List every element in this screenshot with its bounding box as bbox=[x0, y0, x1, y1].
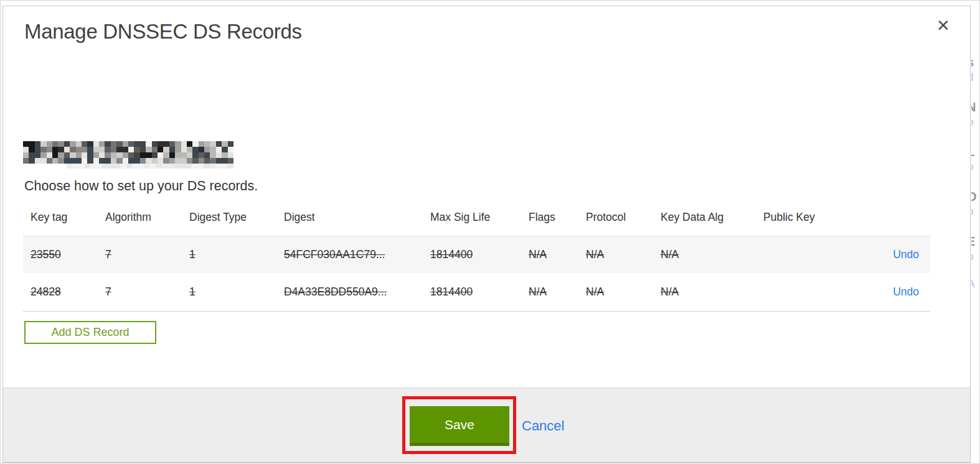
add-ds-record-button[interactable]: Add DS Record bbox=[24, 321, 156, 344]
ds-record-row: 235507154FCF030AA1C79...1814400N/AN/AN/A… bbox=[23, 236, 930, 273]
redaction-pixel bbox=[99, 141, 105, 147]
ds-record-cell: 7 bbox=[98, 285, 182, 299]
redaction-pixel bbox=[134, 152, 139, 158]
redaction-pixel bbox=[168, 164, 174, 169]
redaction-pixel bbox=[111, 152, 116, 158]
redaction-pixel bbox=[175, 141, 181, 147]
redaction-pixel bbox=[82, 147, 87, 152]
ds-record-cell: 1814400 bbox=[423, 248, 521, 261]
redaction-pixel bbox=[64, 147, 70, 152]
redaction-pixel bbox=[222, 152, 227, 158]
redaction-pixel bbox=[228, 158, 233, 164]
column-header-max-sig-life: Max Sig Life bbox=[423, 211, 521, 224]
redaction-pixel bbox=[222, 141, 227, 147]
redaction-pixel bbox=[29, 158, 34, 164]
ds-record-cell: 1 bbox=[182, 248, 276, 261]
undo-link[interactable]: Undo bbox=[837, 248, 930, 261]
redaction-pixel bbox=[227, 164, 233, 169]
background-page-fragment: E bbox=[971, 234, 975, 249]
redaction-pixel bbox=[116, 158, 122, 164]
redaction-pixel bbox=[140, 158, 146, 164]
redaction-pixel bbox=[158, 152, 163, 158]
background-page-fragment: N bbox=[971, 100, 976, 114]
column-header-digest-type: Digest Type bbox=[182, 211, 276, 224]
redaction-pixel bbox=[128, 141, 134, 147]
redaction-pixel bbox=[222, 147, 227, 152]
redaction-pixel bbox=[181, 152, 187, 158]
redaction-pixel bbox=[40, 141, 46, 147]
redaction-pixel bbox=[162, 164, 168, 169]
redaction-pixel bbox=[52, 152, 58, 158]
redaction-pixel bbox=[174, 164, 180, 169]
redaction-pixel bbox=[76, 141, 82, 147]
redaction-pixel bbox=[169, 158, 175, 164]
column-header-protocol: Protocol bbox=[578, 211, 653, 224]
undo-link[interactable]: Undo bbox=[837, 285, 930, 299]
redaction-pixel bbox=[108, 164, 115, 169]
column-header-algorithm: Algorithm bbox=[98, 211, 182, 224]
redaction-pixel bbox=[216, 152, 222, 158]
redaction-pixel bbox=[97, 164, 103, 169]
redaction-pixel bbox=[58, 152, 64, 158]
redaction-pixel bbox=[76, 147, 82, 152]
redacted-domain-name-fringe bbox=[67, 164, 233, 169]
redaction-pixel bbox=[23, 141, 29, 147]
redaction-pixel bbox=[85, 164, 91, 169]
instruction-text: Choose how to set up your DS records. bbox=[24, 179, 258, 194]
ds-record-cell: N/A bbox=[653, 248, 756, 261]
redaction-pixel bbox=[187, 152, 192, 158]
redaction-pixel bbox=[181, 141, 187, 147]
redaction-pixel bbox=[76, 158, 82, 164]
redaction-pixel bbox=[215, 164, 222, 169]
modal-title: Manage DNSSEC DS Records bbox=[24, 19, 302, 44]
redaction-pixel bbox=[144, 164, 150, 169]
ds-record-cell: 23550 bbox=[23, 248, 98, 261]
redaction-pixel bbox=[47, 158, 52, 164]
redaction-pixel bbox=[198, 164, 204, 169]
save-button[interactable]: Save bbox=[410, 406, 509, 446]
ds-record-row: 2482871D4A33E8DD550A9...1814400N/AN/AN/A… bbox=[23, 273, 930, 312]
redaction-pixel bbox=[93, 152, 99, 158]
redaction-pixel bbox=[111, 147, 116, 152]
redaction-pixel bbox=[93, 158, 99, 164]
redaction-pixel bbox=[152, 158, 158, 164]
ds-record-cell: N/A bbox=[521, 285, 578, 299]
redaction-pixel bbox=[87, 147, 93, 152]
close-icon[interactable]: ✕ bbox=[932, 14, 954, 37]
background-page-fragment: L bbox=[971, 145, 974, 159]
redaction-pixel bbox=[116, 141, 122, 147]
redaction-pixel bbox=[146, 158, 151, 164]
redaction-pixel bbox=[158, 147, 163, 152]
redaction-pixel bbox=[52, 158, 58, 164]
ds-record-cell: 1 bbox=[182, 285, 276, 299]
redaction-pixel bbox=[99, 152, 105, 158]
redaction-pixel bbox=[146, 141, 151, 147]
redaction-pixel bbox=[152, 141, 158, 147]
background-page-fragment: O bbox=[971, 190, 977, 204]
cancel-link[interactable]: Cancel bbox=[522, 418, 564, 434]
redaction-pixel bbox=[47, 147, 52, 152]
redaction-pixel bbox=[111, 141, 116, 147]
redaction-pixel bbox=[35, 158, 40, 164]
ds-record-cell: D4A33E8DD550A9... bbox=[276, 285, 423, 299]
redaction-pixel bbox=[134, 158, 139, 164]
redaction-pixel bbox=[158, 141, 163, 147]
redaction-pixel bbox=[40, 152, 46, 158]
redaction-pixel bbox=[192, 164, 198, 169]
redaction-pixel bbox=[78, 164, 85, 169]
ds-record-cell: N/A bbox=[578, 285, 653, 299]
screenshot-frame: Manage DNSSEC DS Records ✕ Choose how to… bbox=[0, 0, 980, 464]
redaction-pixel bbox=[210, 147, 215, 152]
redaction-pixel bbox=[105, 141, 110, 147]
redaction-pixel bbox=[210, 164, 216, 169]
redaction-pixel bbox=[134, 141, 139, 147]
redaction-pixel bbox=[73, 164, 79, 169]
redaction-pixel bbox=[146, 147, 151, 152]
redaction-pixel bbox=[181, 158, 187, 164]
redacted-domain-name bbox=[23, 141, 233, 164]
ds-record-cell: 54FCF030AA1C79... bbox=[276, 248, 423, 261]
redaction-pixel bbox=[116, 152, 122, 158]
redaction-pixel bbox=[140, 141, 146, 147]
redaction-pixel bbox=[90, 164, 97, 169]
redaction-pixel bbox=[175, 147, 181, 152]
